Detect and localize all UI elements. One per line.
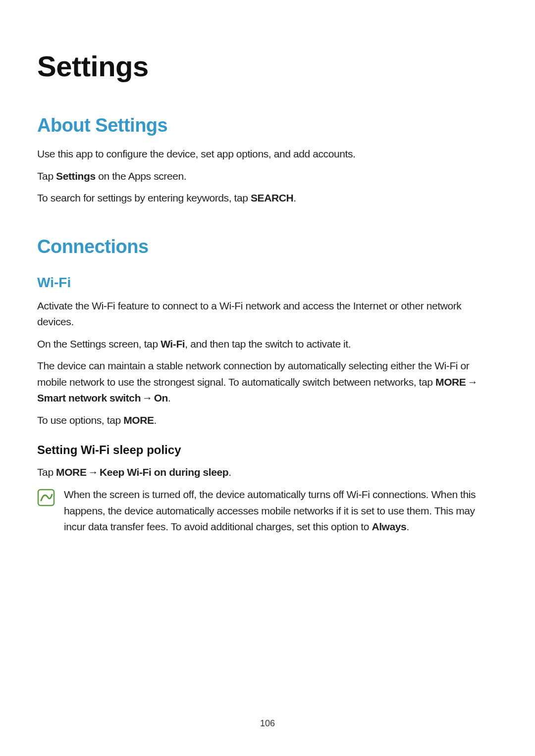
wifi-p4: To use options, tap MORE. <box>37 412 498 429</box>
text: Tap <box>37 170 56 182</box>
text: Tap <box>37 466 56 478</box>
text: To search for settings by entering keywo… <box>37 192 251 203</box>
text: on the Apps screen. <box>96 170 186 182</box>
more-label-bold: MORE <box>56 466 86 478</box>
text: , and then tap the switch to activate it… <box>185 338 351 350</box>
note-block: When the screen is turned off, the devic… <box>37 487 498 535</box>
keep-wifi-on-bold: Keep Wi-Fi on during sleep <box>100 466 228 478</box>
more-label-bold: MORE <box>435 376 466 388</box>
sleep-p1: Tap MORE→Keep Wi-Fi on during sleep. <box>37 464 498 481</box>
wifi-heading: Wi-Fi <box>37 275 498 291</box>
about-p2: Tap Settings on the Apps screen. <box>37 168 498 185</box>
search-label-bold: SEARCH <box>251 192 293 203</box>
page-title: Settings <box>37 50 498 83</box>
note-text: When the screen is turned off, the devic… <box>64 487 498 535</box>
text: . <box>406 521 409 532</box>
about-p3: To search for settings by entering keywo… <box>37 190 498 206</box>
on-label-bold: On <box>154 392 168 403</box>
text: On the Settings screen, tap <box>37 338 160 350</box>
wifi-p1: Activate the Wi-Fi feature to connect to… <box>37 298 498 330</box>
text: . <box>168 392 170 403</box>
arrow-icon: → <box>466 374 479 391</box>
svg-rect-0 <box>38 490 54 505</box>
always-label-bold: Always <box>372 521 406 532</box>
arrow-icon: → <box>87 464 100 481</box>
page-number: 106 <box>0 718 535 729</box>
text: The device can maintain a stable network… <box>37 360 469 388</box>
settings-label-bold: Settings <box>56 170 96 182</box>
more-label-bold: MORE <box>123 414 154 426</box>
about-settings-heading: About Settings <box>37 115 498 136</box>
wifi-label-bold: Wi-Fi <box>160 338 185 350</box>
wifi-p3: The device can maintain a stable network… <box>37 358 498 406</box>
text: . <box>154 414 157 426</box>
about-p1: Use this app to configure the device, se… <box>37 146 498 162</box>
wifi-p2: On the Settings screen, tap Wi-Fi, and t… <box>37 336 498 353</box>
text: . <box>293 192 296 203</box>
text: To use options, tap <box>37 414 123 426</box>
connections-heading: Connections <box>37 236 498 257</box>
text: . <box>228 466 231 478</box>
smart-network-switch-bold: Smart network switch <box>37 392 141 403</box>
text: When the screen is turned off, the devic… <box>64 489 476 532</box>
note-icon <box>37 489 55 508</box>
wifi-sleep-policy-heading: Setting Wi-Fi sleep policy <box>37 443 498 457</box>
arrow-icon: → <box>141 390 154 406</box>
